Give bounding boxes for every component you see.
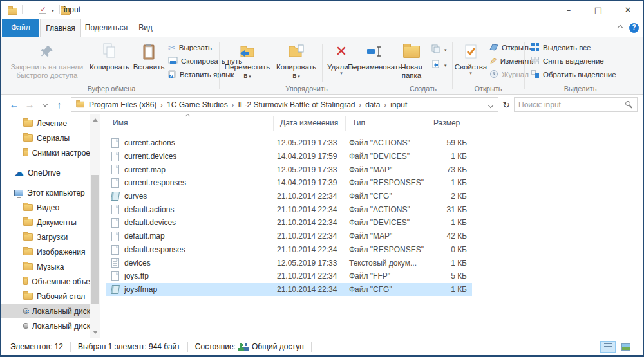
back-icon[interactable] — [8, 98, 21, 111]
app-folder-icon — [8, 8, 17, 15]
shared-status: Общий доступ — [252, 342, 304, 351]
qat-properties-icon[interactable] — [39, 5, 46, 14]
pin-to-quick-access-button[interactable]: Закрепить на панели быстрого доступа — [8, 40, 86, 80]
breadcrumb-segment[interactable]: 1C Game Studios — [166, 100, 229, 109]
invert-selection-button[interactable]: Обратить выделение — [531, 68, 616, 81]
file-file-icon — [111, 138, 119, 148]
select-all-icon — [531, 42, 540, 53]
breadcrumb-separator-icon: › — [158, 101, 166, 109]
history-button[interactable]: Журнал — [489, 68, 529, 81]
file-date: 14.04.2019 17:59 — [277, 152, 337, 161]
file-row[interactable]: joys.ffp21.10.2014 22:34Файл "FFP"5 КБ — [106, 270, 472, 283]
column-header-name[interactable]: Имя — [106, 116, 274, 131]
column-header-date[interactable]: Дата изменения — [274, 116, 346, 131]
sidebar-item[interactable]: Рабочий стол — [1, 289, 90, 304]
tab-view[interactable]: Вид — [131, 19, 160, 37]
sidebar-item[interactable]: Объемные объе — [1, 274, 90, 289]
file-size: 59 КБ — [402, 138, 467, 147]
file-row[interactable]: default.map21.10.2014 22:34Файл "MAP"42 … — [106, 230, 472, 243]
sidebar-item[interactable]: Локальный диск — [1, 318, 90, 333]
file-row[interactable]: default.actions21.10.2014 22:34Файл "ACT… — [106, 203, 472, 216]
sidebar-scrollbar[interactable] — [90, 114, 100, 338]
file-row[interactable]: current.map12.05.2019 17:33Файл "MAP"73 … — [106, 163, 472, 176]
divider — [322, 44, 323, 82]
minimize-button[interactable]: – — [554, 1, 583, 19]
properties-button[interactable]: Свойства ▾ — [453, 40, 488, 75]
file-row[interactable]: default.devices21.10.2014 22:34Файл "DEV… — [106, 216, 472, 230]
search-icon[interactable] — [625, 101, 630, 106]
scroll-up-icon[interactable] — [93, 118, 98, 122]
sidebar-item[interactable]: Документы — [1, 215, 90, 230]
sidebar-item[interactable]: OneDrive — [1, 165, 90, 180]
forward-icon[interactable] — [23, 98, 36, 111]
items-count: Элементов: 12 — [10, 342, 63, 351]
details-view-button[interactable] — [600, 341, 616, 353]
file-row[interactable]: devices12.05.2019 17:33Текстовый докум..… — [106, 256, 472, 270]
sidebar-item[interactable]: Этот компьютер — [1, 185, 90, 200]
folder-icon — [23, 120, 33, 127]
qat-customize-caret-icon[interactable] — [52, 5, 54, 14]
easy-access-button[interactable] — [431, 58, 447, 71]
breadcrumb-segment[interactable]: input — [389, 100, 408, 109]
close-button[interactable]: ✕ — [613, 1, 643, 19]
scroll-down-icon[interactable] — [93, 331, 98, 334]
collapse-ribbon-icon[interactable] — [618, 25, 623, 30]
new-folder-icon — [403, 46, 420, 58]
help-icon[interactable] — [629, 23, 639, 33]
refresh-icon[interactable] — [500, 98, 513, 111]
status-label: Состояние: — [195, 342, 236, 351]
address-dropdown-icon[interactable] — [488, 103, 493, 108]
sidebar-item[interactable]: Снимки настрое — [1, 145, 90, 160]
paste-button[interactable]: Вставить — [133, 40, 165, 71]
folder-icon — [23, 233, 33, 241]
scroll-thumb[interactable] — [91, 175, 99, 304]
column-header-type[interactable]: Тип — [346, 116, 424, 131]
sidebar-item-label: Загрузки — [37, 233, 68, 242]
copy-button[interactable]: Копировать — [88, 40, 131, 71]
new-item-button[interactable] — [431, 42, 447, 55]
rename-button[interactable]: Переименовать — [358, 40, 392, 71]
file-list: Имя Дата изменения Тип Размер current.ac… — [106, 114, 643, 338]
copy-to-button[interactable]: Копировать в — [273, 40, 319, 80]
file-row[interactable]: joysffmap21.10.2014 22:34Файл "CFG"1 КБ — [106, 283, 472, 297]
select-none-button[interactable]: Снять выделение — [531, 55, 604, 68]
file-row[interactable]: current.responses14.04.2019 17:39Файл "R… — [106, 176, 472, 190]
folder-icon — [23, 248, 33, 255]
sidebar-item[interactable]: Лечение — [1, 116, 90, 131]
file-row[interactable]: curves21.10.2014 22:34Файл "CFG"2 КБ — [106, 190, 472, 203]
breadcrumb-segment[interactable]: data — [364, 100, 381, 109]
sidebar-item[interactable]: Видео — [1, 200, 90, 215]
copy-to-label: Копировать — [276, 63, 316, 71]
file-file-icon — [111, 178, 119, 188]
sidebar-item[interactable]: Сериалы — [1, 131, 90, 145]
file-row[interactable]: current.devices14.04.2019 17:59Файл "DEV… — [106, 150, 472, 163]
tab-file[interactable]: Файл — [2, 19, 39, 37]
breadcrumb-segment[interactable]: Program Files (x86) — [88, 100, 158, 109]
sort-ascending-icon — [185, 114, 190, 118]
sidebar-item[interactable]: Загрузки — [1, 230, 90, 244]
file-row[interactable]: default.responses21.10.2014 22:34Файл "R… — [106, 243, 472, 257]
thumbnails-view-button[interactable] — [618, 341, 634, 353]
tab-home[interactable]: Главная — [40, 19, 81, 37]
cut-button[interactable]: Вырезать — [168, 41, 212, 54]
sidebar-item[interactable]: Локальный диск — [1, 304, 90, 318]
move-to-button[interactable]: Переместить в — [223, 40, 272, 80]
select-all-button[interactable]: Выделить все — [531, 41, 591, 54]
search-input[interactable] — [518, 99, 621, 110]
up-icon[interactable] — [53, 98, 66, 111]
maximize-button[interactable]: □ — [583, 1, 613, 19]
new-folder-button[interactable]: Новая папка — [395, 40, 428, 80]
breadcrumb[interactable]: Program Files (x86)›1C Game Studios›IL-2… — [71, 97, 498, 112]
tab-share[interactable]: Поделиться — [82, 19, 130, 37]
column-header-size[interactable]: Размер — [424, 116, 478, 131]
sidebar-item[interactable]: Музыка — [1, 259, 90, 274]
file-row[interactable]: current.actions12.05.2019 17:33Файл "ACT… — [106, 136, 472, 150]
disk-sys-icon — [23, 308, 28, 314]
sidebar-item-label: Изображения — [37, 248, 85, 257]
breadcrumb-segment[interactable]: IL-2 Sturmovik Battle of Stalingrad — [236, 100, 356, 109]
new-item-icon — [431, 44, 440, 54]
sidebar-item[interactable]: Изображения — [1, 244, 90, 259]
breadcrumb-separator-icon: › — [357, 101, 365, 109]
file-name: default.responses — [124, 245, 185, 254]
recent-locations-icon[interactable] — [39, 98, 52, 111]
